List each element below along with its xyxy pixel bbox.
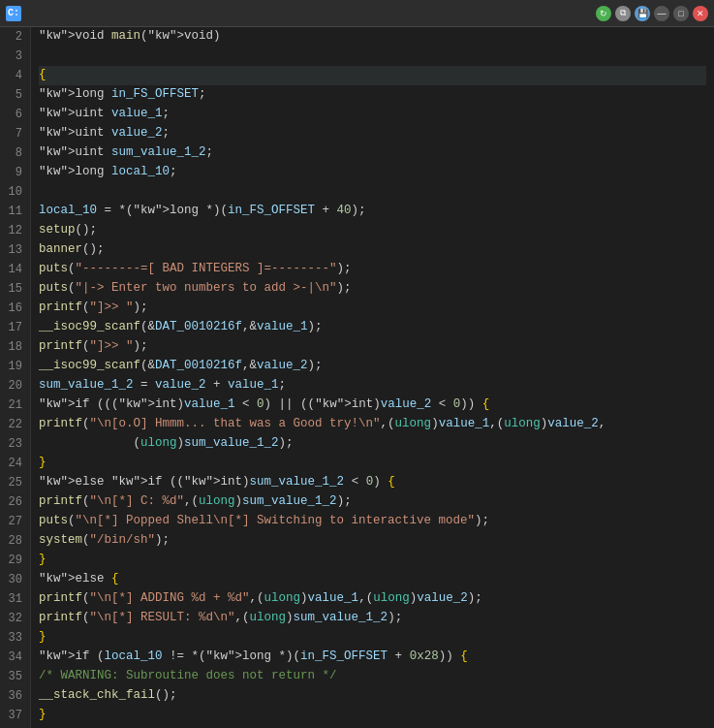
code-line: __stack_chk_fail(); — [39, 686, 706, 706]
code-line: setup(); — [39, 221, 706, 240]
title-icon: C: — [6, 6, 21, 21]
code-line: } — [39, 551, 706, 570]
code-line: __isoc99_scanf(&DAT_0010216f,&value_1); — [39, 318, 706, 337]
code-line: puts("\n[*] Popped Shell\n[*] Switching … — [39, 512, 706, 531]
code-content[interactable]: "kw">void main("kw">void) { "kw">long in… — [31, 27, 714, 728]
code-line: banner(); — [39, 240, 706, 260]
code-line — [39, 47, 706, 66]
code-line: "kw">void main("kw">void) — [39, 27, 706, 47]
code-line: "kw">if (local_10 != *("kw">long *)(in_F… — [39, 648, 706, 667]
code-line: printf("]>> "); — [39, 299, 706, 318]
code-line: "kw">if ((("kw">int)value_1 < 0) || (("k… — [39, 396, 706, 415]
code-line: puts("--------=[ BAD INTEGERS ]=--------… — [39, 260, 706, 279]
code-line: "kw">uint sum_value_1_2; — [39, 143, 706, 163]
line-numbers: 2345678910111213141516171819202122232425… — [0, 27, 31, 728]
code-line: __isoc99_scanf(&DAT_0010216f,&value_2); — [39, 357, 706, 376]
code-line: (ulong)sum_value_1_2); — [39, 434, 706, 454]
close-button[interactable]: ✕ — [693, 6, 708, 21]
title-bar: C: ↻ ⧉ 💾 — □ ✕ — [0, 0, 714, 27]
code-line: "kw">long local_10; — [39, 163, 706, 182]
code-line: printf("\n[*] C: %d",(ulong)sum_value_1_… — [39, 492, 706, 512]
code-line: /* WARNING: Subroutine does not return *… — [39, 667, 706, 686]
code-line: "kw">else "kw">if (("kw">int)sum_value_1… — [39, 473, 706, 492]
code-line: sum_value_1_2 = value_2 + value_1; — [39, 376, 706, 396]
copy-button[interactable]: ⧉ — [615, 6, 631, 21]
minimize-button[interactable]: — — [654, 6, 669, 21]
code-line: } — [39, 706, 706, 725]
code-line: printf("\n[*] ADDING %d + %d",(ulong)val… — [39, 589, 706, 609]
code-line — [39, 182, 706, 202]
code-line: { — [39, 66, 706, 85]
refresh-button[interactable]: ↻ — [596, 6, 611, 21]
code-line: local_10 = *("kw">long *)(in_FS_OFFSET +… — [39, 202, 706, 221]
code-line: "kw">long in_FS_OFFSET; — [39, 85, 706, 105]
save-button[interactable]: 💾 — [635, 6, 650, 21]
code-line: puts("|-> Enter two numbers to add >-|\n… — [39, 279, 706, 299]
code-area: 2345678910111213141516171819202122232425… — [0, 27, 714, 728]
code-line: system("/bin/sh"); — [39, 531, 706, 551]
code-line: } — [39, 628, 706, 648]
code-line: "kw">else { — [39, 570, 706, 589]
code-line: "kw">uint value_2; — [39, 124, 706, 143]
maximize-button[interactable]: □ — [673, 6, 689, 21]
title-buttons: ↻ ⧉ 💾 — □ ✕ — [596, 6, 708, 21]
code-line: printf("\n[o.O] Hmmm... that was a Good … — [39, 415, 706, 434]
code-line: } — [39, 454, 706, 473]
code-line: printf("\n[*] RESULT: %d\n",(ulong)sum_v… — [39, 609, 706, 628]
code-line: printf("]>> "); — [39, 337, 706, 357]
code-line: "kw">uint value_1; — [39, 105, 706, 124]
